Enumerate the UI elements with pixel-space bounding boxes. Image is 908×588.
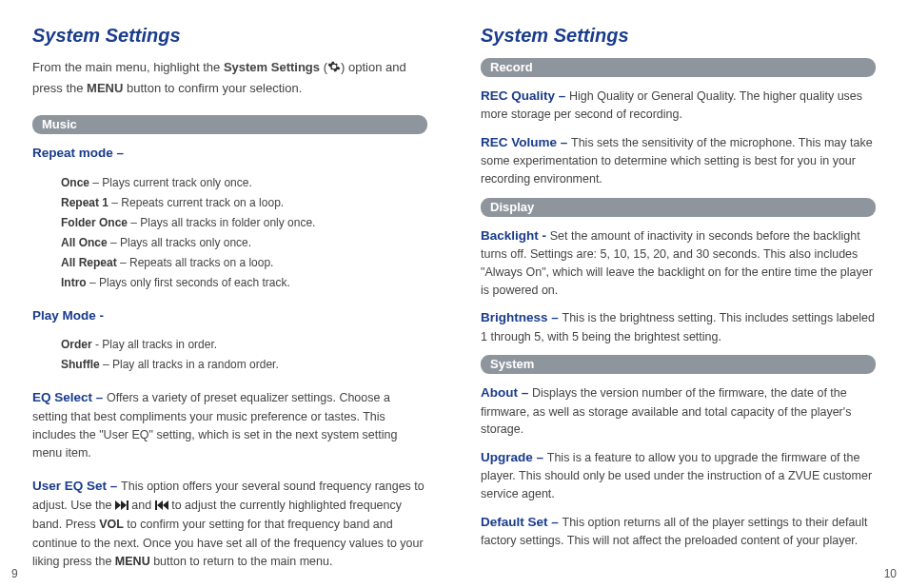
option-desc: – Repeats all tracks on a loop. — [117, 256, 274, 269]
setting-user-eq: User EQ Set – This option offers your se… — [32, 477, 427, 571]
setting-desc: and — [131, 499, 154, 512]
list-item: Once – Plays current track only once. — [61, 173, 427, 193]
list-item: All Once – Plays all tracks only once. — [61, 233, 427, 253]
section-bar-music: Music — [32, 115, 427, 134]
setting-label: Repeat mode – — [32, 146, 124, 160]
setting-label: Backlight - — [481, 228, 550, 243]
page-spread: System Settings From the main menu, high… — [0, 0, 908, 588]
setting-label: REC Volume – — [481, 135, 571, 149]
prev-track-icon — [155, 498, 168, 516]
page-left: System Settings From the main menu, high… — [0, 0, 454, 588]
gear-icon — [327, 60, 341, 79]
option-desc: – Plays all tracks in folder only once. — [128, 216, 315, 229]
page-title: System Settings — [481, 25, 876, 47]
intro-bold-2: MENU — [87, 81, 123, 95]
option-desc: – Play all tracks in a random order. — [100, 358, 279, 371]
setting-desc: Displays the version number of the firmw… — [481, 386, 851, 436]
option-desc: – Repeats current track on a loop. — [109, 196, 284, 209]
list-item: Order - Play all tracks in order. — [61, 335, 427, 355]
section-bar-system: System — [481, 355, 876, 374]
list-item: Shuffle – Play all tracks in a random or… — [61, 355, 427, 375]
setting-label: Upgrade – — [481, 450, 547, 464]
repeat-options-list: Once – Plays current track only once. Re… — [61, 173, 427, 293]
option-name: All Once — [61, 236, 108, 249]
option-name: Shuffle — [61, 358, 100, 371]
intro-text: button to confirm your selection. — [123, 81, 302, 95]
setting-play-mode: Play Mode - — [32, 306, 427, 325]
setting-label: EQ Select – — [32, 390, 107, 404]
setting-rec-quality: REC Quality – High Quality or General Qu… — [481, 87, 876, 124]
option-name: All Repeat — [61, 256, 117, 269]
setting-label: Play Mode - — [32, 308, 104, 323]
setting-brightness: Brightness – This is the brightness sett… — [481, 308, 876, 345]
option-desc: - Play all tracks in order. — [92, 338, 217, 351]
option-desc: – Plays only first seconds of each track… — [87, 276, 290, 289]
setting-eq-select: EQ Select – Offers a variety of preset e… — [32, 388, 427, 463]
page-number: 10 — [884, 567, 897, 580]
option-desc: – Plays all tracks only once. — [108, 236, 251, 249]
setting-label: Default Set – — [481, 515, 563, 529]
intro-paragraph: From the main menu, highlight the System… — [32, 58, 427, 98]
page-right: System Settings Record REC Quality – Hig… — [454, 0, 908, 588]
option-name: Folder Once — [61, 216, 128, 229]
setting-label: Brightness – — [481, 310, 563, 324]
intro-text: From the main menu, highlight the — [32, 60, 224, 74]
setting-default-set: Default Set – This option returns all of… — [481, 513, 876, 550]
intro-bold-1: System Settings — [224, 60, 320, 74]
setting-about: About – Displays the version number of t… — [481, 383, 876, 439]
setting-desc: button to return to the main menu. — [150, 555, 333, 568]
option-desc: – Plays current track only once. — [89, 176, 252, 189]
option-name: Repeat 1 — [61, 196, 109, 209]
setting-repeat-mode: Repeat mode – — [32, 144, 427, 163]
page-title: System Settings — [32, 25, 427, 47]
play-options-list: Order - Play all tracks in order. Shuffl… — [61, 335, 427, 375]
section-bar-display: Display — [481, 198, 876, 217]
menu-label: MENU — [115, 555, 150, 568]
section-bar-record: Record — [481, 58, 876, 77]
setting-label: REC Quality – — [481, 88, 569, 103]
option-name: Intro — [61, 276, 87, 289]
list-item: All Repeat – Repeats all tracks on a loo… — [61, 253, 427, 273]
setting-label: User EQ Set – — [32, 479, 121, 493]
list-item: Intro – Plays only first seconds of each… — [61, 273, 427, 293]
setting-backlight: Backlight - Set the amount of inactivity… — [481, 226, 876, 300]
option-name: Once — [61, 176, 89, 189]
page-number: 9 — [11, 567, 18, 580]
setting-rec-volume: REC Volume – This sets the sensitivity o… — [481, 133, 876, 188]
option-name: Order — [61, 338, 92, 351]
list-item: Repeat 1 – Repeats current track on a lo… — [61, 193, 427, 213]
list-item: Folder Once – Plays all tracks in folder… — [61, 213, 427, 233]
setting-label: About – — [481, 385, 532, 400]
next-track-icon — [115, 498, 128, 516]
vol-label: VOL — [99, 518, 124, 531]
setting-upgrade: Upgrade – This is a feature to allow you… — [481, 448, 876, 503]
